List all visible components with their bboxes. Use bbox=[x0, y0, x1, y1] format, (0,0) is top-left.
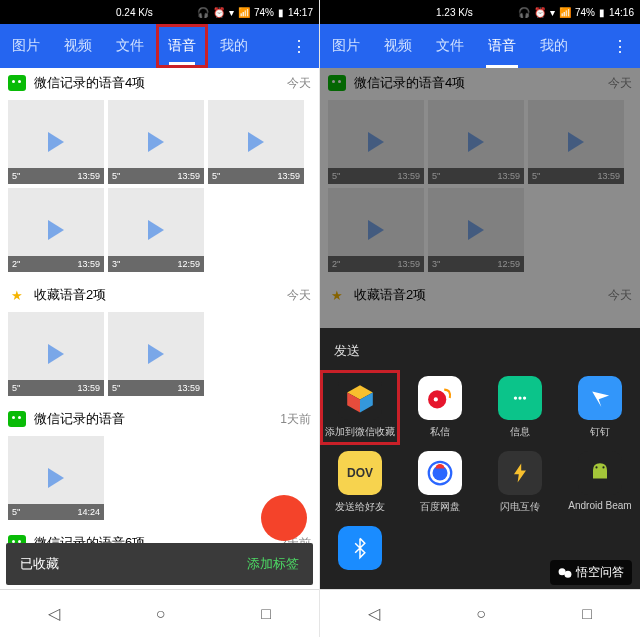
sheet-grid: 添加到微信收藏私信信息钉钉DOV发送给好友百度网盘闪电互传Android Bea… bbox=[320, 370, 640, 581]
play-icon bbox=[248, 132, 264, 152]
tab-mine[interactable]: 我的 bbox=[528, 24, 580, 68]
android-nav: ◁ ○ □ bbox=[0, 589, 319, 637]
battery-icon: ▮ bbox=[278, 7, 284, 18]
thumb-time: 13:59 bbox=[177, 383, 200, 393]
nav-back[interactable]: ◁ bbox=[368, 604, 380, 623]
thumb-time: 12:59 bbox=[177, 259, 200, 269]
section-date: 今天 bbox=[287, 75, 311, 92]
nav-recent[interactable]: □ bbox=[261, 605, 271, 623]
svg-point-4 bbox=[434, 397, 438, 401]
nav-home[interactable]: ○ bbox=[476, 605, 486, 623]
battery-pct: 74% bbox=[254, 7, 274, 18]
play-icon bbox=[48, 344, 64, 364]
tab-bar: 图片 视频 文件 语音 我的 ⋮ bbox=[0, 24, 319, 68]
sheet-title: 发送 bbox=[320, 338, 640, 370]
screenshot-right: 1.23 K/s 🎧 ⏰ ▾ 📶 74% ▮ 14:16 图片 视频 文件 语音… bbox=[320, 0, 640, 637]
section-header[interactable]: 微信记录的语音4项今天 bbox=[0, 68, 319, 98]
play-icon bbox=[48, 132, 64, 152]
net-speed: 0.24 K/s bbox=[6, 7, 153, 18]
audio-thumb[interactable]: 5''13:59 bbox=[108, 312, 204, 396]
share-sheet: 发送 添加到微信收藏私信信息钉钉DOV发送给好友百度网盘闪电互传Android … bbox=[320, 328, 640, 589]
tab-video[interactable]: 视频 bbox=[52, 24, 104, 68]
thumb-duration: 5'' bbox=[12, 383, 20, 393]
thumb-grid: 5''13:595''13:595''13:592''13:593''12:59 bbox=[0, 98, 319, 280]
share-target[interactable]: 添加到微信收藏 bbox=[320, 370, 400, 445]
flash-icon bbox=[498, 451, 542, 495]
section-title: 微信记录的语音4项 bbox=[34, 74, 145, 92]
clock: 14:17 bbox=[288, 7, 313, 18]
tab-file[interactable]: 文件 bbox=[104, 24, 156, 68]
section-header[interactable]: ★收藏语音2项今天 bbox=[0, 280, 319, 310]
share-label: 信息 bbox=[510, 425, 530, 439]
audio-thumb[interactable]: 5''13:59 bbox=[8, 100, 104, 184]
svg-point-11 bbox=[595, 466, 597, 468]
tab-photo[interactable]: 图片 bbox=[0, 24, 52, 68]
thumb-time: 13:59 bbox=[277, 171, 300, 181]
share-target[interactable]: DOV发送给好友 bbox=[320, 445, 400, 520]
svg-point-8 bbox=[518, 396, 521, 399]
audio-thumb[interactable]: 5''14:24 bbox=[8, 436, 104, 520]
thumb-duration: 5'' bbox=[112, 383, 120, 393]
play-icon bbox=[148, 344, 164, 364]
screenshot-left: 0.24 K/s 🎧 ⏰ ▾ 📶 74% ▮ 14:17 图片 视频 文件 语音… bbox=[0, 0, 320, 637]
thumb-time: 13:59 bbox=[77, 171, 100, 181]
tab-mine[interactable]: 我的 bbox=[208, 24, 260, 68]
svg-point-9 bbox=[523, 396, 526, 399]
share-target[interactable]: 钉钉 bbox=[560, 370, 640, 445]
overflow-menu[interactable]: ⋮ bbox=[600, 37, 640, 56]
fab-button[interactable] bbox=[261, 495, 307, 541]
tab-bar: 图片 视频 文件 语音 我的 ⋮ bbox=[320, 24, 640, 68]
play-icon bbox=[48, 220, 64, 240]
android-nav: ◁ ○ □ bbox=[320, 589, 640, 637]
net-speed: 1.23 K/s bbox=[326, 7, 473, 18]
ding-icon bbox=[578, 376, 622, 420]
thumb-meta: 3''12:59 bbox=[108, 256, 204, 272]
favorite-icon: ★ bbox=[8, 286, 26, 304]
thumb-duration: 5'' bbox=[212, 171, 220, 181]
audio-thumb[interactable]: 3''12:59 bbox=[108, 188, 204, 272]
headphone-icon: 🎧 bbox=[197, 7, 209, 18]
audio-thumb[interactable]: 2''13:59 bbox=[8, 188, 104, 272]
toast-action[interactable]: 添加标签 bbox=[247, 555, 299, 573]
sms-icon bbox=[498, 376, 542, 420]
audio-thumb[interactable]: 5''13:59 bbox=[108, 100, 204, 184]
section-date: 1天前 bbox=[280, 411, 311, 428]
thumb-grid: 5''13:595''13:59 bbox=[0, 310, 319, 404]
share-target[interactable]: Android Beam bbox=[560, 445, 640, 520]
tab-audio[interactable]: 语音 bbox=[156, 24, 208, 68]
svg-point-7 bbox=[514, 396, 517, 399]
nav-back[interactable]: ◁ bbox=[48, 604, 60, 623]
thumb-meta: 5''13:59 bbox=[8, 168, 104, 184]
thumb-meta: 5''13:59 bbox=[8, 380, 104, 396]
tab-video[interactable]: 视频 bbox=[372, 24, 424, 68]
tab-file[interactable]: 文件 bbox=[424, 24, 476, 68]
share-label: 百度网盘 bbox=[420, 500, 460, 514]
section-header[interactable]: 微信记录的语音1天前 bbox=[0, 404, 319, 434]
thumb-meta: 2''13:59 bbox=[8, 256, 104, 272]
section-title: 微信记录的语音 bbox=[34, 410, 125, 428]
share-target[interactable]: 信息 bbox=[480, 370, 560, 445]
toast: 已收藏 添加标签 bbox=[6, 543, 313, 585]
svg-point-14 bbox=[564, 570, 571, 577]
nav-home[interactable]: ○ bbox=[156, 605, 166, 623]
wechat-icon bbox=[8, 411, 26, 427]
share-label: 添加到微信收藏 bbox=[325, 425, 395, 439]
share-target[interactable]: 私信 bbox=[400, 370, 480, 445]
audio-thumb[interactable]: 5''13:59 bbox=[208, 100, 304, 184]
play-icon bbox=[148, 220, 164, 240]
share-target[interactable]: 闪电互传 bbox=[480, 445, 560, 520]
nav-recent[interactable]: □ bbox=[582, 605, 592, 623]
tab-audio[interactable]: 语音 bbox=[476, 24, 528, 68]
wukong-logo-icon bbox=[558, 566, 572, 580]
thumb-duration: 5'' bbox=[112, 171, 120, 181]
play-icon bbox=[148, 132, 164, 152]
thumb-time: 13:59 bbox=[77, 259, 100, 269]
status-bar: 0.24 K/s 🎧 ⏰ ▾ 📶 74% ▮ 14:17 bbox=[0, 0, 319, 24]
overflow-menu[interactable]: ⋮ bbox=[279, 37, 319, 56]
watermark-text: 悟空问答 bbox=[576, 564, 624, 581]
svg-point-12 bbox=[602, 466, 604, 468]
share-target[interactable] bbox=[320, 520, 400, 581]
share-target[interactable]: 百度网盘 bbox=[400, 445, 480, 520]
audio-thumb[interactable]: 5''13:59 bbox=[8, 312, 104, 396]
tab-photo[interactable]: 图片 bbox=[320, 24, 372, 68]
